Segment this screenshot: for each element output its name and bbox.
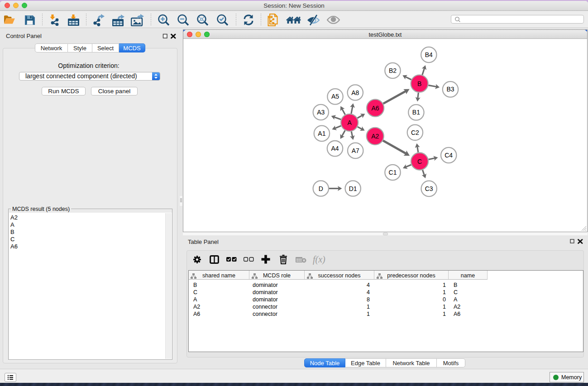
svg-text:D1: D1 xyxy=(349,185,357,192)
svg-text:C4: C4 xyxy=(445,152,453,159)
svg-text:A7: A7 xyxy=(352,147,359,154)
svg-text:C1: C1 xyxy=(389,169,397,176)
svg-text:B3: B3 xyxy=(446,86,454,93)
svg-text:B1: B1 xyxy=(412,109,420,116)
svg-text:A4: A4 xyxy=(331,145,339,152)
svg-text:A6: A6 xyxy=(372,105,379,112)
svg-text:B: B xyxy=(417,80,421,87)
svg-text:A1: A1 xyxy=(318,130,325,137)
svg-text:A5: A5 xyxy=(331,93,339,100)
svg-text:C: C xyxy=(417,158,422,165)
svg-text:A3: A3 xyxy=(317,109,325,116)
svg-text:D: D xyxy=(319,185,323,192)
svg-text:A8: A8 xyxy=(351,89,359,96)
svg-text:A2: A2 xyxy=(371,133,379,140)
svg-text:A: A xyxy=(347,119,352,126)
svg-text:C2: C2 xyxy=(411,129,419,136)
svg-text:C3: C3 xyxy=(425,185,433,192)
svg-text:B2: B2 xyxy=(389,67,397,74)
svg-text:B4: B4 xyxy=(425,51,433,58)
